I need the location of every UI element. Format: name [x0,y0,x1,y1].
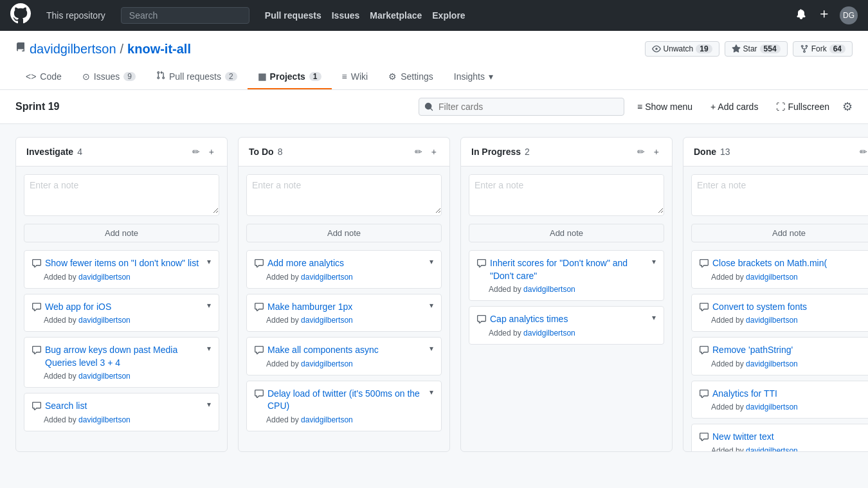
card-chevron-icon[interactable]: ▾ [429,301,433,310]
repo-tabs: <> Code ⊙ Issues 9 Pull requests 2 ▦ Pro… [15,64,853,89]
card-note-icon [32,401,41,412]
add-cards-button[interactable]: + Add cards [705,99,763,114]
card-author-link[interactable]: davidgilbertson [523,285,575,294]
nav-marketplace[interactable]: Marketplace [370,8,422,23]
card-title-link[interactable]: Bug arrow keys down past Media Queries l… [45,344,204,369]
card-chevron-icon[interactable]: ▾ [429,344,433,353]
issues-count: 9 [123,72,136,81]
card-chevron-icon[interactable]: ▾ [207,400,211,409]
column-title-done: Done 13 [694,147,730,157]
tab-issues[interactable]: ⊙ Issues 9 [72,64,146,89]
card-author-link[interactable]: davidgilbertson [301,316,353,325]
repo-owner-link[interactable]: davidgilbertson [30,42,116,57]
unwatch-button[interactable]: Unwatch 19 [645,41,719,57]
tab-wiki[interactable]: ≡ Wiki [332,64,379,89]
card-title-link[interactable]: Search list [45,400,204,413]
card-title-link[interactable]: Make hamburger 1px [267,301,427,314]
card-author-link[interactable]: davidgilbertson [523,329,575,338]
card-title-link[interactable]: Delay load of twitter (it's 500ms on the… [267,388,427,413]
card-chevron-icon[interactable]: ▾ [207,257,211,266]
card-chevron-icon[interactable]: ▾ [652,313,656,322]
note-textarea-done[interactable] [692,175,868,213]
card-author-link[interactable]: davidgilbertson [746,446,798,451]
note-textarea-in-progress[interactable] [469,175,664,213]
fullscreen-button[interactable]: ⛶ Fullscreen [771,99,835,114]
search-input[interactable] [121,7,249,24]
column-add-in-progress-icon[interactable]: + [651,145,662,158]
card-title-link[interactable]: Cap analytics times [490,313,649,326]
card-note-icon [477,258,486,269]
tab-pull-requests[interactable]: Pull requests 2 [146,64,248,89]
column-done: Done 13 ✏ + Add note Close brackets on M… [683,137,868,452]
issues-icon: ⊙ [82,71,90,82]
card-author-link[interactable]: davidgilbertson [301,359,353,368]
tab-code[interactable]: <> Code [15,64,72,89]
show-menu-button[interactable]: ≡ Show menu [632,99,698,114]
nav-pull-requests[interactable]: Pull requests [265,8,321,23]
card-note-icon [700,345,709,356]
card-author-link[interactable]: davidgilbertson [746,402,798,411]
card-note-icon [700,432,709,443]
column-edit-in-progress-icon[interactable]: ✏ [635,145,647,158]
card-title-link[interactable]: Make all components async [267,344,427,357]
project-title: Sprint 19 [15,101,59,113]
star-button[interactable]: Star 554 [725,41,788,57]
repo-name-link[interactable]: know-it-all [127,42,191,57]
card-author-link[interactable]: davidgilbertson [78,372,131,381]
card-author-link[interactable]: davidgilbertson [78,415,131,424]
note-textarea-investigate[interactable] [24,175,219,213]
card-title-link[interactable]: Add more analytics [267,257,427,270]
note-area-todo [246,174,442,216]
card: Analytics for TTI ▾ Added by davidgilber… [691,381,868,419]
card-title-link[interactable]: Close brackets on Math.min( [712,257,868,270]
card-title-link[interactable]: Remove 'pathString' [712,344,868,357]
add-note-button-in-progress[interactable]: Add note [469,224,664,242]
nav-issues[interactable]: Issues [332,8,360,23]
card-author-link[interactable]: davidgilbertson [746,273,798,282]
add-note-button-todo[interactable]: Add note [246,224,442,242]
column-edit-investigate-icon[interactable]: ✏ [190,145,203,158]
column-add-todo-icon[interactable]: + [429,145,439,158]
add-note-button-done[interactable]: Add note [691,224,868,242]
note-textarea-todo[interactable] [247,175,441,213]
card-title-link[interactable]: Show fewer items on "I don't know" list [45,257,204,270]
tab-insights[interactable]: Insights ▾ [444,64,503,89]
nav-explore[interactable]: Explore [432,8,465,23]
card-title-link[interactable]: Convert to system fonts [712,301,868,314]
card-title-link[interactable]: Web app for iOS [45,301,204,314]
column-edit-todo-icon[interactable]: ✏ [412,145,425,158]
card: Web app for iOS ▾ Added by davidgilberts… [24,294,219,332]
card-author-link[interactable]: davidgilbertson [746,359,798,368]
card-author-link[interactable]: davidgilbertson [78,273,131,282]
this-repository-button[interactable]: This repository [41,8,111,23]
card-title-link[interactable]: Inherit scores for "Don't know" and "Don… [490,257,649,282]
card-chevron-icon[interactable]: ▾ [429,257,433,266]
card-title-link[interactable]: Analytics for TTI [712,388,868,401]
card-author-link[interactable]: davidgilbertson [746,316,798,325]
project-settings-gear-icon[interactable]: ⚙ [842,100,853,114]
card-chevron-icon[interactable]: ▾ [207,344,211,353]
fork-button[interactable]: Fork 64 [793,41,853,57]
notifications-bell-icon[interactable] [793,6,809,25]
card-chevron-icon[interactable]: ▾ [652,257,656,266]
filter-cards-input[interactable] [419,98,624,116]
card-author-link[interactable]: davidgilbertson [301,415,353,424]
star-count: 554 [760,44,781,53]
card-chevron-icon[interactable]: ▾ [207,301,211,310]
card-author-link[interactable]: davidgilbertson [301,273,353,282]
plus-new-icon[interactable] [817,6,832,25]
column-header-investigate: Investigate 4 ✏ + [16,138,227,167]
card-chevron-icon[interactable]: ▾ [429,388,433,397]
column-edit-done-icon[interactable]: ✏ [857,145,868,158]
tab-projects[interactable]: ▦ Projects 1 [248,64,332,89]
card: Make all components async ▾ Added by dav… [246,337,442,375]
column-add-investigate-icon[interactable]: + [206,145,217,158]
card-title-link[interactable]: New twitter text [712,431,868,444]
card-note-icon [255,389,264,400]
tab-settings[interactable]: ⚙ Settings [378,64,444,89]
user-avatar-button[interactable]: DG [840,6,858,24]
card-author-link[interactable]: davidgilbertson [78,316,131,325]
navbar-actions: DG [793,6,858,25]
column-investigate: Investigate 4 ✏ + Add note Show fewer it… [15,137,228,452]
add-note-button-investigate[interactable]: Add note [24,224,219,242]
